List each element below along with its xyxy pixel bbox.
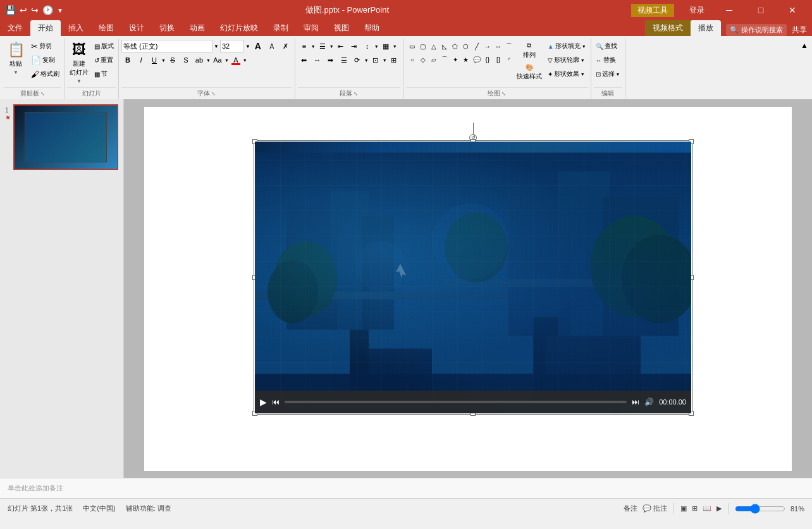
underline-arrow[interactable]: ▼ bbox=[161, 58, 166, 63]
tab-review[interactable]: 审阅 bbox=[296, 20, 326, 36]
tab-slideshow[interactable]: 幻灯片放映 bbox=[212, 20, 266, 36]
tab-view[interactable]: 视图 bbox=[326, 20, 357, 36]
quick-access-arrow[interactable]: ▼ bbox=[57, 7, 63, 14]
underline-button[interactable]: U bbox=[148, 54, 161, 66]
close-button[interactable]: ✕ bbox=[778, 0, 807, 20]
case-button[interactable]: Aa bbox=[211, 54, 224, 66]
replace-button[interactable]: ↔ 替换 bbox=[594, 54, 622, 66]
shape-outline-button[interactable]: ▽ 形状轮廓 ▼ bbox=[546, 54, 588, 66]
char-spacing-button[interactable]: ab bbox=[193, 54, 206, 66]
indent-decrease-button[interactable]: ⇤ bbox=[335, 40, 347, 52]
video-object[interactable]: ↺ bbox=[255, 142, 691, 413]
section-button[interactable]: ▦ 节 bbox=[92, 68, 116, 80]
paste-button[interactable]: 📋 粘贴 ▼ bbox=[4, 40, 28, 77]
tab-insert[interactable]: 插入 bbox=[61, 20, 91, 36]
notes-area[interactable]: 单击此处添加备注 bbox=[0, 478, 812, 498]
search-box[interactable]: 🔍 操作说明搜索 bbox=[726, 24, 787, 36]
shape-connector[interactable]: ⌒ bbox=[503, 40, 515, 52]
align-text-arrow[interactable]: ▼ bbox=[383, 58, 387, 63]
layout-button[interactable]: ▤ 版式 bbox=[92, 40, 116, 52]
tab-home[interactable]: 开始 bbox=[30, 20, 61, 36]
progress-bar[interactable] bbox=[285, 401, 627, 403]
align-justify-button[interactable]: ☰ bbox=[338, 54, 350, 66]
shape-effect-arrow[interactable]: ▼ bbox=[581, 72, 585, 76]
reset-button[interactable]: ↺ 重置 bbox=[92, 54, 116, 66]
new-slide-button[interactable]: 🖼 新建 幻灯片 ▼ bbox=[67, 40, 91, 86]
slide-sorter-button[interactable]: ⊞ bbox=[692, 504, 698, 513]
tab-file[interactable]: 文件 bbox=[0, 20, 30, 36]
font-size-decrease-button[interactable]: A bbox=[266, 40, 278, 52]
columns-button[interactable]: ▦ bbox=[379, 40, 392, 52]
bullets-button[interactable]: ≡ bbox=[298, 40, 311, 52]
normal-view-button[interactable]: ▣ bbox=[680, 504, 687, 513]
align-text-button[interactable]: ⊡ bbox=[369, 54, 382, 66]
autosave-icon[interactable]: 🕐 bbox=[42, 5, 53, 15]
font-size-increase-button[interactable]: A bbox=[252, 40, 264, 52]
tab-transitions[interactable]: 切换 bbox=[152, 20, 182, 36]
font-name-input[interactable] bbox=[121, 40, 212, 52]
slide-thumbnail[interactable] bbox=[13, 104, 118, 170]
case-arrow[interactable]: ▼ bbox=[225, 58, 229, 63]
drawing-expand-icon[interactable]: ⤡ bbox=[501, 91, 506, 97]
shape-arc[interactable]: ◜ bbox=[503, 53, 515, 66]
tab-help[interactable]: 帮助 bbox=[357, 20, 387, 36]
play-button[interactable]: ▶ bbox=[260, 397, 267, 407]
char-spacing-arrow[interactable]: ▼ bbox=[206, 58, 211, 63]
maximize-button[interactable]: □ bbox=[746, 0, 775, 20]
arrange-button[interactable]: ⧉ 排列 bbox=[514, 40, 544, 61]
font-color-button[interactable]: A bbox=[230, 54, 242, 66]
tab-design[interactable]: 设计 bbox=[121, 20, 152, 36]
clipboard-expand-icon[interactable]: ⤡ bbox=[40, 91, 45, 97]
collapse-ribbon-button[interactable]: ▲ bbox=[798, 39, 811, 52]
strikethrough-button[interactable]: S bbox=[166, 54, 179, 66]
shape-fill-button[interactable]: ▲ 形状填充 ▼ bbox=[546, 40, 588, 52]
font-expand-icon[interactable]: ⤡ bbox=[211, 91, 216, 97]
format-painter-button[interactable]: 🖌 格式刷 bbox=[29, 68, 61, 80]
paragraph-expand-icon[interactable]: ⤡ bbox=[354, 91, 358, 97]
volume-button[interactable]: 🔊 bbox=[644, 398, 654, 406]
paste-dropdown-arrow[interactable]: ▼ bbox=[13, 70, 18, 75]
tab-record[interactable]: 录制 bbox=[266, 20, 296, 36]
bullets-arrow[interactable]: ▼ bbox=[311, 44, 316, 49]
quick-styles-button[interactable]: 🎨 快速样式 bbox=[514, 62, 544, 83]
text-direction-button[interactable]: ⟳ bbox=[351, 54, 364, 66]
skip-fwd-button[interactable]: ⏭ bbox=[632, 398, 639, 406]
font-name-dropdown-arrow[interactable]: ▼ bbox=[214, 44, 219, 49]
line-spacing-button[interactable]: ↕ bbox=[361, 40, 374, 52]
zoom-slider[interactable] bbox=[735, 504, 785, 514]
copy-button[interactable]: 📄 复制 bbox=[29, 54, 61, 66]
convert-smartart-button[interactable]: ⊞ bbox=[388, 54, 400, 66]
notes-button[interactable]: 备注 bbox=[624, 504, 637, 513]
redo-icon[interactable]: ↪ bbox=[31, 5, 39, 15]
shape-effect-button[interactable]: ✦ 形状效果 ▼ bbox=[546, 68, 588, 80]
line-spacing-arrow[interactable]: ▼ bbox=[374, 44, 379, 49]
skip-back-button[interactable]: ⏮ bbox=[272, 398, 280, 406]
tab-playback[interactable]: 播放 bbox=[691, 20, 721, 36]
bold-button[interactable]: B bbox=[121, 54, 134, 66]
columns-arrow[interactable]: ▼ bbox=[393, 44, 397, 49]
font-color-arrow[interactable]: ▼ bbox=[243, 58, 247, 63]
select-button[interactable]: ⊡ 选择 ▼ bbox=[594, 68, 622, 80]
shape-fill-arrow[interactable]: ▼ bbox=[582, 44, 586, 49]
shape-outline-arrow[interactable]: ▼ bbox=[581, 58, 585, 63]
text-direction-arrow[interactable]: ▼ bbox=[364, 58, 369, 63]
font-size-input[interactable] bbox=[220, 40, 244, 52]
tab-video-format[interactable]: 视频格式 bbox=[645, 20, 691, 36]
italic-button[interactable]: I bbox=[135, 54, 147, 66]
text-shadow-button[interactable]: S bbox=[180, 54, 192, 66]
find-button[interactable]: 🔍 查找 bbox=[594, 40, 622, 52]
align-center-button[interactable]: ↔ bbox=[311, 54, 324, 66]
align-left-button[interactable]: ⬅ bbox=[298, 54, 311, 66]
slide-canvas[interactable]: ↺ bbox=[144, 107, 792, 471]
login-button[interactable]: 登录 bbox=[682, 3, 712, 18]
align-right-button[interactable]: ➡ bbox=[324, 54, 337, 66]
tab-draw[interactable]: 绘图 bbox=[91, 20, 121, 36]
slideshow-button[interactable]: ▶ bbox=[717, 504, 722, 513]
numbering-arrow[interactable]: ▼ bbox=[329, 44, 334, 49]
tab-animations[interactable]: 动画 bbox=[182, 20, 212, 36]
numbering-button[interactable]: ☰ bbox=[316, 40, 329, 52]
undo-icon[interactable]: ↩ bbox=[20, 5, 27, 15]
indent-increase-button[interactable]: ⇥ bbox=[348, 40, 360, 52]
save-icon[interactable]: 💾 bbox=[5, 5, 16, 15]
share-label[interactable]: 共享 bbox=[792, 25, 807, 35]
